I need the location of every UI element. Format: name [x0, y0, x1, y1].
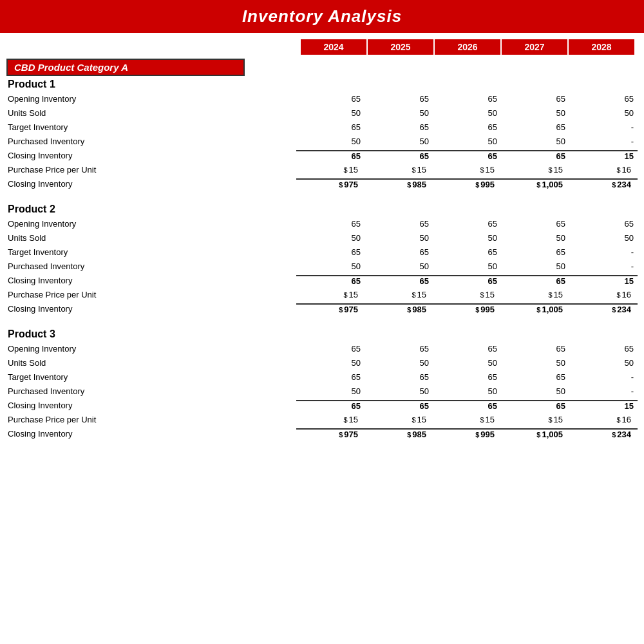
- value-cell: 65: [433, 219, 501, 229]
- value-cell: 65: [365, 275, 433, 286]
- value-cell: 50: [433, 386, 501, 396]
- row-values: 50505050-: [296, 137, 638, 146]
- value-cell: 65: [296, 247, 365, 257]
- value-cell: 65: [365, 150, 433, 161]
- value-cell: 50: [501, 358, 569, 368]
- value-cell: $15: [501, 415, 569, 424]
- value-cell: $15: [433, 290, 501, 299]
- title-bar: Inventory Analysis: [0, 0, 644, 33]
- value-cell: 65: [501, 219, 569, 229]
- row-label: Opening Inventory: [6, 94, 296, 104]
- row-values: 6565656565: [296, 94, 638, 104]
- row-values: 5050505050: [296, 358, 638, 368]
- value-cell: 65: [365, 372, 433, 382]
- data-row: Closing Inventory6565656515: [6, 148, 638, 162]
- value-cell: 65: [296, 344, 365, 354]
- value-cell: 65: [365, 94, 433, 104]
- value-cell: 65: [501, 400, 569, 411]
- value-cell: 65: [433, 372, 501, 382]
- value-cell: 50: [433, 261, 501, 271]
- value-cell: 50: [296, 108, 365, 118]
- data-row: Purchased Inventory50505050-: [6, 134, 638, 148]
- value-cell: $985: [365, 178, 433, 189]
- value-cell: 50: [365, 386, 433, 396]
- value-cell: 65: [433, 275, 501, 286]
- value-cell: 50: [296, 261, 365, 271]
- product-title: Product 2: [6, 204, 638, 215]
- data-row: Closing Inventory6565656515: [6, 398, 638, 412]
- value-cell: 50: [433, 358, 501, 368]
- value-cell: 65: [365, 400, 433, 411]
- row-values: 50505050-: [296, 386, 638, 396]
- data-row: Target Inventory65656565-: [6, 370, 638, 384]
- row-label: Closing Inventory: [6, 304, 296, 314]
- row-values: 6565656515: [296, 275, 638, 286]
- value-cell: $15: [433, 415, 501, 424]
- value-cell: 65: [365, 122, 433, 132]
- value-cell: $1,005: [501, 428, 569, 439]
- value-cell: 65: [501, 122, 569, 132]
- value-cell: 50: [296, 233, 365, 243]
- row-label: Purchased Inventory: [6, 137, 296, 146]
- data-row: Closing Inventory$975$985$995$1,005$234: [6, 426, 638, 440]
- value-cell: 50: [365, 137, 433, 146]
- value-cell: $15: [296, 415, 365, 424]
- value-cell: 65: [365, 247, 433, 257]
- value-cell: 50: [569, 108, 638, 118]
- row-label: Closing Inventory: [6, 276, 296, 285]
- value-cell: 65: [501, 372, 569, 382]
- data-row: Purchased Inventory50505050-: [6, 384, 638, 398]
- value-cell: 65: [501, 94, 569, 104]
- value-cell: 65: [296, 122, 365, 132]
- year-header-cell: 2025: [368, 39, 433, 55]
- data-row: Units Sold5050505050: [6, 231, 638, 245]
- row-label: Purchase Price per Unit: [6, 415, 296, 424]
- data-row: Units Sold5050505050: [6, 355, 638, 370]
- value-cell: 65: [433, 122, 501, 132]
- data-row: Purchased Inventory50505050-: [6, 259, 638, 273]
- value-cell: 50: [569, 233, 638, 243]
- row-label: Closing Inventory: [6, 429, 296, 439]
- product-section: Product 1Opening Inventory6565656565Unit…: [6, 79, 638, 191]
- value-cell: -: [569, 247, 638, 257]
- row-label: Units Sold: [6, 108, 296, 118]
- value-cell: 65: [501, 247, 569, 257]
- value-cell: $995: [433, 178, 501, 189]
- data-row: Purchase Price per Unit$15$15$15$15$16: [6, 412, 638, 426]
- value-cell: $15: [501, 165, 569, 175]
- year-header-row: 20242025202620272028: [6, 39, 638, 55]
- row-values: $975$985$995$1,005$234: [296, 178, 638, 189]
- value-cell: 50: [501, 386, 569, 396]
- value-cell: $16: [569, 290, 638, 299]
- row-values: $15$15$15$15$16: [296, 415, 638, 424]
- value-cell: 65: [501, 344, 569, 354]
- value-cell: 50: [433, 108, 501, 118]
- category-header: CBD Product Category A: [6, 59, 245, 76]
- value-cell: 50: [501, 233, 569, 243]
- data-row: Units Sold5050505050: [6, 106, 638, 120]
- value-cell: $15: [365, 165, 433, 175]
- value-cell: 50: [365, 358, 433, 368]
- row-label: Units Sold: [6, 358, 296, 368]
- value-cell: $995: [433, 303, 501, 314]
- row-values: 6565656565: [296, 344, 638, 354]
- value-cell: $15: [365, 415, 433, 424]
- value-cell: 65: [433, 94, 501, 104]
- value-cell: -: [569, 386, 638, 396]
- value-cell: 65: [569, 219, 638, 229]
- value-cell: $985: [365, 303, 433, 314]
- value-cell: $1,005: [501, 178, 569, 189]
- row-label: Opening Inventory: [6, 344, 296, 354]
- row-label: Target Inventory: [6, 122, 296, 132]
- value-cell: 65: [433, 150, 501, 161]
- row-values: 6565656565: [296, 219, 638, 229]
- row-values: 65656565-: [296, 247, 638, 257]
- data-row: Closing Inventory6565656515: [6, 273, 638, 287]
- value-cell: $1,005: [501, 303, 569, 314]
- product-title: Product 3: [6, 328, 638, 340]
- data-row: Closing Inventory$975$985$995$1,005$234: [6, 301, 638, 316]
- data-row: Target Inventory65656565-: [6, 120, 638, 134]
- products-container: Product 1Opening Inventory6565656565Unit…: [6, 79, 638, 440]
- data-row: Opening Inventory6565656565: [6, 216, 638, 231]
- product-title: Product 1: [6, 79, 638, 90]
